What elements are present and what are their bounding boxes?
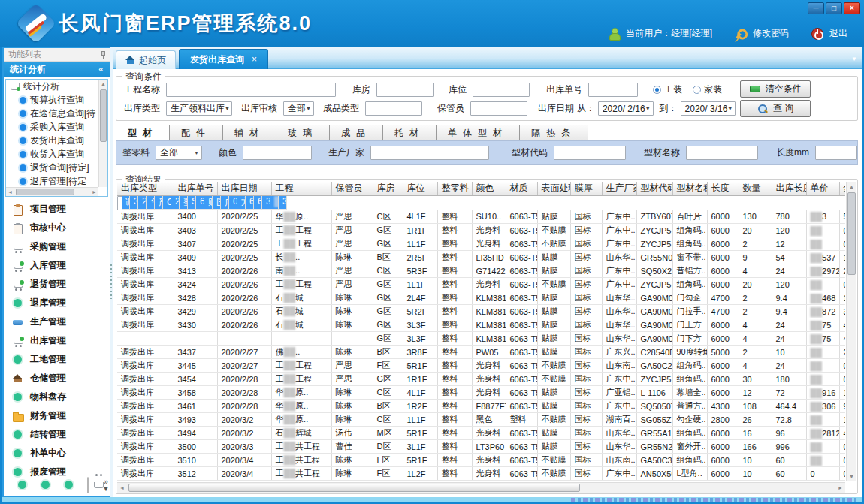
tab-thermal-strip[interactable]: 隔热条 (520, 125, 588, 140)
scroll-right-icon[interactable]: ► (835, 483, 845, 493)
column-header[interactable]: 表面处理 (537, 182, 570, 195)
column-header[interactable]: 出库单号 (174, 182, 217, 195)
sidebar-item-inventory[interactable]: 物料盘存 (5, 388, 108, 406)
table-row[interactable]: 调拨出库34372020/2/27佛██..陈琳B区3R8F整料PW056063… (117, 346, 845, 359)
sidebar-item-purchase[interactable]: 采购管理 (5, 237, 108, 256)
keeper-input[interactable] (470, 101, 527, 116)
column-header[interactable]: 整零料 (437, 182, 472, 195)
pin-icon[interactable] (101, 51, 105, 56)
tab-profile[interactable]: 型材 (116, 125, 170, 140)
table-row[interactable]: 调拨出库34542020/2/28工██工程严思G区1R1F整料光身料6063-… (117, 373, 845, 386)
outbound-type-select[interactable]: 生产领料出库▼ (166, 101, 232, 116)
table-row[interactable]: 调拨出库35102020/3/4工██共工程陈琳F区5R1F整料光身料6063-… (117, 454, 845, 467)
scroll-left-icon[interactable]: ◄ (117, 483, 127, 493)
tab-dropdown-icon[interactable]: ▼ (851, 56, 857, 62)
table-row[interactable]: 调拨出库34242020/2/26工██工程严思G区1L1F整料光身料6063-… (117, 278, 845, 291)
table-row[interactable]: 调拨出库34582020/2/28华██原..陈琳C区4L1F整料光身料6063… (117, 386, 845, 400)
column-header[interactable]: 生产厂家 (602, 182, 636, 195)
column-header[interactable]: 数量 (739, 182, 772, 195)
tab-single-profile[interactable]: 单体型材 (437, 125, 520, 140)
sidebar-item-returns[interactable]: 退货管理 (5, 275, 108, 294)
grid-horizontal-scrollbar[interactable]: ◄ ► (117, 482, 845, 493)
tab-consumable[interactable]: 耗材 (383, 125, 437, 140)
sidebar-item-warehouse[interactable]: 仓储管理 (5, 369, 108, 388)
sidebar-item-withdraw[interactable]: 退库管理 (5, 294, 108, 312)
tree-item-receive-in[interactable]: 收货入库查询 (6, 147, 107, 161)
grid-vertical-scrollbar[interactable]: ▲ ▼ (846, 182, 856, 481)
table-row[interactable]: 调拨出库34612020/2/28华██原..陈琳B区1R2F整料F8877FT… (117, 400, 845, 413)
collapse-icon[interactable]: « (98, 62, 104, 77)
scroll-up-icon[interactable]: ▲ (847, 182, 856, 192)
manufacturer-input[interactable] (370, 146, 489, 160)
project-name-input[interactable] (166, 83, 336, 97)
column-header[interactable]: 型材代码 (636, 182, 672, 195)
column-header[interactable]: 单价 (806, 182, 839, 195)
sidebar-item-audit[interactable]: 审核中心 (5, 219, 108, 237)
column-header[interactable]: 金额 (839, 182, 845, 195)
table-row[interactable]: 调拨出库35122020/3/4工██共工程陈琳F区1L2F整料光身料6063-… (117, 467, 845, 481)
radio-home-install[interactable] (693, 86, 701, 94)
logout-link[interactable]: 退出 (829, 27, 847, 40)
close-tab-icon[interactable]: × (252, 54, 257, 65)
scroll-up-icon[interactable]: ▲ (99, 80, 107, 88)
profile-code-input[interactable] (554, 146, 626, 160)
column-header[interactable]: 工程 (271, 182, 331, 195)
date-to-select[interactable]: 2020/ 3/16▼ (681, 101, 736, 116)
tree-item-intransit[interactable]: 在途信息查询[待 (6, 107, 107, 120)
tree-vertical-scrollbar[interactable]: ▲ ▼ (98, 80, 107, 187)
table-row[interactable]: 调拨出库33992020/2/25华██原..严思C区2L1F整料SU10..6… (117, 196, 174, 210)
search-button[interactable]: 查 询 (740, 100, 811, 117)
table-row[interactable]: 调拨出库34072020/2/25工██工程严思G区1L1F整料光身料6063-… (117, 237, 845, 251)
table-row[interactable]: 调拨出库34452020/2/27工██工程严思F区5R1F整料光身料6063-… (117, 359, 845, 373)
tree-item-ship-out[interactable]: 发货出库查询 (6, 134, 107, 147)
tab-accessory[interactable]: 配件 (170, 125, 223, 140)
column-header[interactable]: 库位 (403, 182, 437, 195)
minimize-button[interactable]: ─ (808, 2, 824, 14)
sidebar-item-production[interactable]: 生产管理 (5, 312, 108, 331)
sidebar-item-outbound[interactable]: 出库管理 (5, 331, 108, 350)
scroll-left-icon[interactable]: ◄ (6, 188, 14, 196)
order-no-input[interactable] (588, 83, 638, 97)
sidebar-item-supplement[interactable]: 补单中心 (5, 444, 108, 463)
column-header[interactable]: 出库长度 (772, 182, 806, 195)
sidebar-item-carryover[interactable]: 结转管理 (5, 425, 108, 444)
radio-work-install[interactable] (653, 86, 661, 94)
table-row[interactable]: 调拨出库34302020/2/26石██城陈琳G区3L3F整料KLM381760… (117, 318, 845, 332)
profile-name-input[interactable] (686, 146, 758, 160)
column-header[interactable]: 出库日期 (217, 182, 271, 195)
column-header[interactable]: 保管员 (331, 182, 373, 195)
column-header[interactable]: 长度 (707, 182, 739, 195)
warehouse-input[interactable] (376, 83, 434, 97)
column-header[interactable]: 颜色 (472, 182, 506, 195)
table-row[interactable]: 调拨出库34292020/2/26石██城陈琳G区5R2F整料KLM381760… (117, 305, 845, 318)
sidebar-item-finance[interactable]: 财务管理 (5, 406, 108, 425)
maximize-button[interactable]: □ (826, 2, 842, 14)
tab-glass[interactable]: 玻璃 (276, 125, 330, 140)
cart-button[interactable] (87, 477, 89, 493)
tab-home[interactable]: 起始页 (116, 50, 176, 69)
column-header[interactable]: 材质 (506, 182, 537, 195)
scroll-right-icon[interactable]: ► (90, 188, 98, 196)
tab-auxiliary[interactable]: 辅材 (223, 125, 276, 140)
circle-icon[interactable] (64, 480, 74, 490)
tree-item-return-mgmt[interactable]: 退库管理[待定 (6, 174, 107, 188)
tree-item-return-query[interactable]: 退货查询[待定] (6, 161, 107, 174)
column-header[interactable]: 型材名称 (672, 182, 707, 195)
table-row[interactable]: 调拨出库34092020/2/25长██..陈琳B区2R5F整料LI35HD60… (117, 251, 845, 264)
table-row[interactable]: 调拨出库35002020/3/3工██共工程曹佳D区3L1F整料LT3P6060… (117, 440, 845, 454)
table-row[interactable]: 调拨出库34032020/2/25工██工程严思G区1R1F整料光身料6063-… (117, 224, 845, 237)
color-input[interactable] (243, 146, 312, 160)
clear-conditions-button[interactable]: 清空条件 (740, 80, 811, 98)
change-password-link[interactable]: 修改密码 (753, 27, 789, 40)
length-input[interactable] (815, 146, 857, 160)
close-button[interactable]: × (844, 2, 860, 14)
sidebar-item-project[interactable]: 项目管理 (5, 200, 108, 219)
column-header[interactable]: 膜厚 (570, 182, 602, 195)
tree-item-purchase-in[interactable]: 采购入库查询 (6, 120, 107, 134)
table-row[interactable]: 调拨出库34282020/2/26石██城陈琳G区2L4F整料KLM381760… (117, 291, 845, 305)
table-row[interactable]: 调拨出库34132020/2/26南██..严思C区5R3F整料G7142260… (117, 264, 845, 278)
sidebar-item-site[interactable]: 工地管理 (5, 350, 108, 369)
table-row[interactable]: G区3L3F整料KLM38176063-T5贴膜国标山东华..GA90M09.门… (117, 332, 845, 346)
column-header[interactable]: 库房 (373, 182, 403, 195)
table-row[interactable]: 调拨出库34932020/3/2华██原..陈琳C区1L1F整料黑色塑料不贴膜国… (117, 413, 845, 427)
